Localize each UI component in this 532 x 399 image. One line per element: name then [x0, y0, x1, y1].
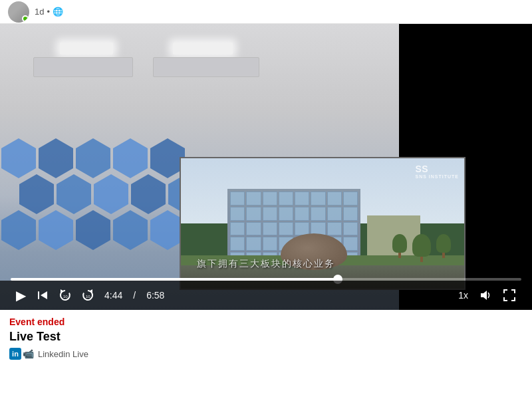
video-player[interactable]: SS SNS INSTITUTE 旗下拥有三大板块的核心业务 ▶ [0, 24, 532, 310]
hex-tile [57, 174, 91, 214]
hex-tile [76, 210, 110, 250]
camera-icon: 📹 [23, 348, 34, 359]
hex-tile [1, 210, 36, 250]
svg-marker-4 [89, 289, 92, 293]
ceiling-panel-1 [33, 57, 133, 77]
event-status: Event ended [9, 317, 523, 327]
skip-to-start-button[interactable] [31, 287, 54, 304]
fullscreen-button[interactable] [497, 286, 521, 305]
hex-tile [113, 138, 148, 178]
svg-rect-0 [38, 291, 39, 299]
svg-text:10: 10 [63, 295, 68, 299]
hex-tile [1, 138, 36, 178]
tree-canopy [412, 234, 431, 257]
pip-logo-mark: SS [415, 164, 428, 174]
globe-icon: 🌐 [53, 7, 63, 17]
volume-button[interactable] [473, 286, 497, 305]
pip-watermark: SS SNS INSTITUTE [415, 164, 459, 179]
platform-label: Linkedin Live [38, 349, 88, 359]
hex-tile [39, 138, 73, 178]
platform-icon: in 📹 [9, 348, 34, 360]
pip-logo-text: SNS INSTITUTE [415, 174, 459, 179]
svg-marker-2 [61, 289, 64, 293]
hex-tile [76, 138, 110, 178]
hex-tile [19, 174, 54, 214]
hex-tile [131, 174, 166, 214]
online-indicator [22, 15, 29, 22]
time-separator: / [133, 290, 136, 301]
post-meta: 1d • 🌐 [35, 7, 63, 17]
hex-tile [113, 210, 148, 250]
platform-row: in 📹 Linkedin Live [9, 348, 523, 360]
hex-tile [39, 210, 73, 250]
below-video: Event ended Live Test in 📹 Linkedin Live [0, 310, 532, 360]
speed-button[interactable]: 1x [453, 287, 473, 303]
play-button[interactable]: ▶ [11, 285, 31, 306]
svg-marker-6 [481, 291, 487, 300]
video-content: SS SNS INSTITUTE 旗下拥有三大板块的核心业务 ▶ [0, 24, 532, 310]
post-header: 1d • 🌐 [0, 0, 532, 24]
rewind-button[interactable]: 10 [54, 285, 76, 305]
post-time: 1d [35, 7, 44, 17]
subtitle-bar: 旗下拥有三大板块的核心业务 [0, 257, 532, 270]
tree-canopy [392, 234, 407, 253]
current-time: 4:44 [104, 290, 122, 301]
live-title: Live Test [9, 330, 523, 344]
ceiling-light-left [60, 43, 113, 55]
avatar[interactable] [8, 1, 29, 23]
svg-text:10: 10 [86, 295, 90, 299]
svg-marker-1 [41, 291, 47, 299]
controls-bar: ▶ 10 [0, 281, 532, 310]
tree-canopy [436, 234, 451, 253]
ceiling-light-right [173, 43, 233, 55]
forward-button[interactable]: 10 [76, 285, 99, 305]
hex-tile [94, 174, 128, 214]
separator-dot: • [47, 7, 50, 17]
subtitle-text: 旗下拥有三大板块的核心业务 [197, 259, 335, 269]
ceiling-panel-2 [153, 57, 259, 77]
total-time: 6:58 [146, 290, 164, 301]
linkedin-logo: in [9, 348, 21, 360]
pip-video[interactable]: SS SNS INSTITUTE [180, 157, 466, 290]
